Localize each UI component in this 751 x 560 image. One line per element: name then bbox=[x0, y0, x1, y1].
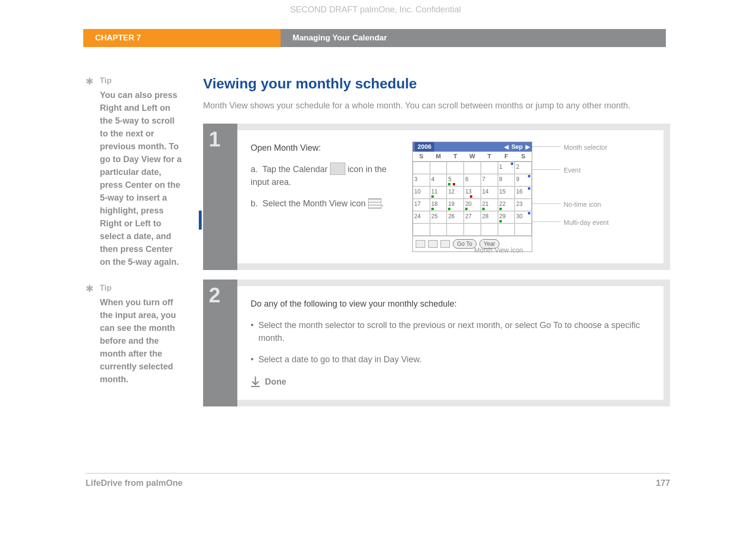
calendar-cell: 18 bbox=[430, 199, 447, 211]
calendar-cell bbox=[413, 162, 430, 174]
calendar-cell: 22 bbox=[498, 199, 515, 211]
calendar-cell: 20 bbox=[464, 199, 481, 211]
calendar-cell: 5 bbox=[447, 174, 464, 186]
calendar-cell bbox=[447, 162, 464, 174]
dow-cell: T bbox=[481, 152, 498, 161]
tip-star-icon: ✱ bbox=[86, 76, 94, 87]
chapter-label: CHAPTER 7 bbox=[83, 29, 281, 47]
calendar-cell: 3 bbox=[413, 174, 430, 186]
main-content: Viewing your monthly schedule Month View… bbox=[203, 76, 670, 416]
step-number: 2 bbox=[203, 280, 237, 406]
calendar-cell: 13 bbox=[464, 186, 481, 199]
chapter-header: CHAPTER 7 Managing Your Calendar bbox=[83, 29, 666, 47]
calendar-cell bbox=[481, 223, 498, 236]
step-1a: a. Tap the Calendar icon in the input ar… bbox=[251, 163, 398, 189]
calendar-cell: 9 bbox=[515, 174, 532, 186]
calendar-cell: 10 bbox=[413, 186, 430, 199]
calendar-cell: 7 bbox=[481, 174, 498, 186]
calendar-cell: 2 bbox=[515, 162, 532, 174]
sidebar: ✱ Tip You can also press Right and Left … bbox=[86, 76, 203, 416]
watermark: SECOND DRAFT palmOne, Inc. Confidential bbox=[0, 0, 751, 29]
calendar-cell bbox=[481, 162, 498, 174]
step-2-bullet: • Select the month selector to scroll to… bbox=[251, 319, 650, 345]
calendar-cell: 11 bbox=[430, 186, 447, 199]
calendar-widget: 2006 ◀ Sep ▶ S M bbox=[412, 142, 532, 252]
step-1: 1 Open Month View: a. Tap the Calendar i… bbox=[203, 124, 670, 270]
calendar-cell: 14 bbox=[481, 186, 498, 199]
calendar-cell: 16 bbox=[515, 186, 532, 199]
calendar-cell: 19 bbox=[447, 199, 464, 211]
calendar-cell: 4 bbox=[430, 174, 447, 186]
tip-label: Tip bbox=[99, 283, 111, 292]
bullet-text: Select the month selector to scroll to t… bbox=[258, 319, 650, 345]
topic-label: Managing Your Calendar bbox=[281, 29, 666, 47]
next-month-icon: ▶ bbox=[526, 143, 530, 151]
calendar-cell: 24 bbox=[413, 211, 430, 223]
calendar-cell bbox=[498, 223, 515, 236]
calendar-year: 2006 bbox=[415, 142, 434, 152]
step-2-bullet: • Select a date to go to that day in Day… bbox=[251, 353, 650, 366]
view-icon bbox=[416, 240, 425, 248]
tip-body: When you turn off the input area, you ca… bbox=[100, 296, 184, 386]
step-number: 1 bbox=[203, 124, 237, 270]
section-title: Viewing your monthly schedule bbox=[203, 76, 670, 92]
tip-1: ✱ Tip You can also press Right and Left … bbox=[86, 76, 184, 269]
calendar-cell: 21 bbox=[481, 199, 498, 211]
dow-cell: W bbox=[464, 152, 481, 161]
tip-body: You can also press Right and Left on the… bbox=[100, 89, 184, 269]
done-row: Done bbox=[251, 376, 650, 388]
dow-cell: F bbox=[498, 152, 515, 161]
callout-month-view-icon: Month View icon bbox=[474, 245, 523, 255]
calendar-cell: 23 bbox=[515, 199, 532, 211]
step-2: 2 Do any of the following to view your m… bbox=[203, 280, 670, 406]
step-2-heading: Do any of the following to view your mon… bbox=[251, 298, 650, 310]
callout-multi-day: Multi-day event bbox=[564, 218, 609, 228]
month-view-screenshot: 2006 ◀ Sep ▶ S M bbox=[412, 142, 650, 252]
section-intro: Month View shows your schedule for a who… bbox=[203, 99, 670, 112]
calendar-cell: 29 bbox=[498, 211, 515, 223]
calendar-cell: 26 bbox=[447, 211, 464, 223]
callout-no-time: No-time icon bbox=[564, 200, 601, 210]
calendar-cell bbox=[430, 223, 447, 236]
bullet-icon: • bbox=[251, 353, 254, 366]
calendar-cell: 8 bbox=[498, 174, 515, 186]
calendar-month: Sep bbox=[511, 142, 523, 152]
revision-mark bbox=[199, 211, 202, 230]
substep-text: Tap the Calendar bbox=[263, 164, 330, 174]
calendar-cell: 12 bbox=[447, 186, 464, 199]
page-footer: LifeDrive from palmOne 177 bbox=[86, 473, 670, 488]
calendar-cell: 1 bbox=[498, 162, 515, 174]
calendar-icon bbox=[330, 163, 345, 175]
substep-text: Select the Month View icon bbox=[263, 199, 368, 208]
month-view-icon bbox=[440, 240, 450, 248]
callout-month-selector: Month selector bbox=[564, 143, 607, 153]
substep-letter: a. bbox=[251, 163, 260, 176]
calendar-cell: 15 bbox=[498, 186, 515, 199]
calendar-cell bbox=[430, 162, 447, 174]
done-label: Done bbox=[265, 376, 286, 388]
calendar-grid: 1234567891011121314151617181920212223242… bbox=[413, 162, 532, 236]
calendar-cell bbox=[413, 223, 430, 236]
substep-letter: b. bbox=[251, 197, 260, 210]
calendar-cell: 30 bbox=[515, 211, 532, 223]
calendar-cell: 25 bbox=[430, 211, 447, 223]
calendar-cell bbox=[515, 223, 532, 236]
goto-button: Go To bbox=[453, 239, 477, 249]
step-1b: b. Select the Month View icon . bbox=[251, 197, 398, 210]
done-arrow-icon bbox=[251, 376, 260, 387]
substep-text: . bbox=[381, 199, 384, 208]
calendar-cell: 28 bbox=[481, 211, 498, 223]
dow-cell: T bbox=[447, 152, 464, 161]
tip-2: ✱ Tip When you turn off the input area, … bbox=[86, 283, 184, 386]
tip-star-icon: ✱ bbox=[86, 283, 94, 294]
bullet-icon: • bbox=[251, 319, 254, 345]
calendar-cell bbox=[464, 162, 481, 174]
footer-product: LifeDrive from palmOne bbox=[86, 478, 183, 488]
calendar-cell: 17 bbox=[413, 199, 430, 211]
footer-page-number: 177 bbox=[656, 478, 670, 488]
dow-cell: S bbox=[515, 152, 532, 161]
bullet-text: Select a date to go to that day in Day V… bbox=[258, 353, 421, 366]
calendar-cell bbox=[464, 223, 481, 236]
month-view-icon bbox=[368, 198, 381, 209]
calendar-cell: 6 bbox=[464, 174, 481, 186]
